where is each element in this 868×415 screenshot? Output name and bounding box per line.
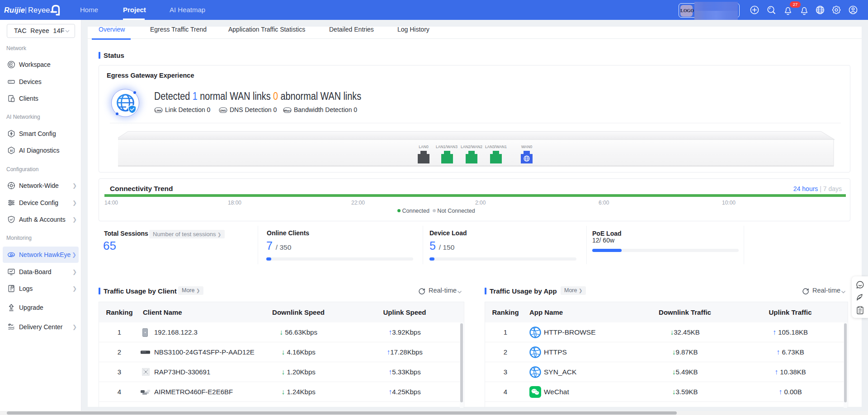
svg-text:Mbps: Mbps bbox=[284, 109, 291, 112]
svg-text:LINK: LINK bbox=[156, 109, 162, 112]
svg-text:AI: AI bbox=[10, 149, 13, 152]
svg-text:Log: Log bbox=[11, 286, 14, 288]
svg-text:DNS: DNS bbox=[220, 109, 226, 112]
